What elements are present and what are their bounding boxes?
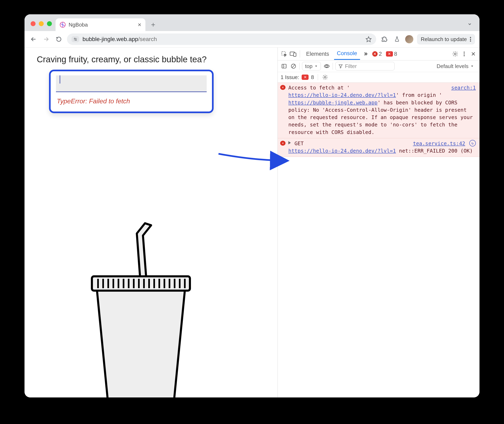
devtools-panel: Elements Console ✕ 2 ✕ 8	[278, 48, 479, 398]
browser-tab[interactable]: NgBoba ×	[56, 18, 145, 31]
devtools-menu-icon[interactable]	[461, 50, 468, 57]
console-sidebar-toggle-icon[interactable]	[280, 63, 287, 70]
new-tab-button[interactable]: ＋	[147, 19, 159, 30]
page-headline: Craving fruity, creamy, or classic bubbl…	[25, 48, 278, 67]
filter-placeholder: Filter	[345, 63, 357, 69]
svg-rect-32	[293, 53, 296, 56]
svg-point-8	[470, 37, 471, 38]
issues-badge-icon: ✕	[302, 75, 309, 80]
extensions-icon[interactable]	[380, 35, 389, 44]
inspect-element-icon[interactable]	[280, 50, 287, 57]
tab-close-button[interactable]: ×	[138, 21, 141, 28]
profile-avatar[interactable]	[405, 35, 413, 43]
context-selector[interactable]: top	[302, 62, 321, 70]
reissue-request-icon[interactable]: ↻	[469, 140, 476, 146]
svg-point-42	[326, 65, 328, 67]
svg-point-9	[470, 39, 471, 40]
nav-forward-button[interactable]	[42, 35, 51, 44]
console-prompt[interactable]: ›	[278, 157, 479, 168]
tab-console[interactable]: Console	[334, 48, 360, 60]
issue-badge-icon: ✕	[386, 51, 393, 56]
window-close-button[interactable]	[31, 21, 36, 26]
context-label: top	[305, 63, 312, 69]
error-icon: ✕	[280, 140, 286, 155]
tab-overflow-button[interactable]	[465, 20, 474, 29]
relaunch-update-label: Relaunch to update	[421, 36, 467, 43]
error-icon: ✕	[280, 84, 286, 136]
issue-count-value: 8	[394, 51, 397, 57]
device-toolbar-icon[interactable]	[290, 50, 297, 57]
expand-triangle-icon[interactable]	[288, 141, 291, 144]
address-bar[interactable]: bubble-jingle.web.app/search	[67, 33, 376, 45]
devtools-settings-icon[interactable]	[452, 50, 459, 57]
http-method: GET	[294, 140, 304, 147]
svg-point-36	[464, 55, 465, 56]
error-count-value: 2	[379, 51, 382, 57]
issues-settings-icon[interactable]	[322, 74, 329, 81]
console-url-link[interactable]: https://hello-io-24.deno.dev/?lvl=1	[288, 92, 396, 98]
svg-marker-41	[315, 66, 317, 67]
issues-count: 8	[311, 74, 314, 81]
relaunch-update-button[interactable]: Relaunch to update	[417, 34, 475, 44]
cup-illustration	[78, 215, 204, 398]
svg-point-33	[454, 53, 456, 55]
bookmark-star-icon[interactable]	[366, 36, 372, 42]
tab-favicon-icon	[60, 22, 66, 28]
tabs-overflow-icon[interactable]	[362, 50, 369, 57]
issue-count[interactable]: ✕ 8	[386, 51, 397, 57]
error-message: TypeError: Failed to fetch	[51, 92, 212, 112]
svg-point-35	[464, 53, 465, 54]
console-message: GET tea.service.ts:42 ↻ https://hello-io…	[288, 140, 476, 155]
url-host: bubble-jingle.web.app/search	[82, 36, 157, 43]
console-url-link[interactable]: https://hello-io-24.deno.dev/?lvl=1	[288, 148, 396, 154]
nav-back-button[interactable]	[29, 35, 38, 44]
devtools-tabbar: Elements Console ✕ 2 ✕ 8	[278, 48, 479, 61]
svg-point-10	[470, 40, 471, 41]
window-zoom-button[interactable]	[47, 21, 52, 26]
clear-console-icon[interactable]	[290, 63, 297, 70]
issues-bar: 1 Issue: ✕ 8	[278, 72, 479, 82]
window-controls	[31, 21, 52, 26]
browser-window: NgBoba × ＋ bubble-jingle.w	[25, 14, 479, 398]
search-card-highlight: TypeError: Failed to fetch	[49, 70, 214, 113]
error-badge-icon: ✕	[372, 51, 378, 56]
filter-icon	[338, 64, 343, 69]
tab-strip: NgBoba × ＋	[25, 14, 479, 31]
log-levels-label: Default levels	[437, 63, 468, 69]
svg-point-5	[74, 38, 75, 39]
browser-toolbar: bubble-jingle.web.app/search Relaunch to…	[25, 31, 479, 48]
svg-point-6	[75, 39, 76, 40]
window-minimize-button[interactable]	[39, 21, 44, 26]
console-error-row[interactable]: ✕ GET tea.service.ts:42 ↻ https://hello-…	[278, 138, 479, 157]
labs-icon[interactable]	[392, 35, 401, 44]
live-expression-icon[interactable]	[323, 63, 330, 70]
tab-title: NgBoba	[68, 22, 88, 28]
svg-marker-7	[366, 37, 371, 42]
console-log: ✕ Access to fetch at 'search:1 https://h…	[278, 82, 479, 168]
console-source-link[interactable]: search:1	[451, 84, 476, 92]
log-levels-selector[interactable]: Default levels	[434, 62, 477, 70]
nav-reload-button[interactable]	[54, 35, 63, 44]
devtools-close-button[interactable]: ✕	[470, 50, 477, 57]
svg-point-34	[464, 52, 465, 53]
svg-line-40	[292, 65, 295, 68]
console-source-link[interactable]: tea.service.ts:42	[413, 140, 465, 147]
console-url-link[interactable]: https://bubble-jingle.web.app	[288, 100, 378, 106]
console-message: Access to fetch at 'search:1 https://hel…	[288, 84, 476, 136]
error-count[interactable]: ✕ 2	[372, 51, 382, 57]
svg-point-45	[324, 76, 326, 78]
svg-marker-43	[339, 65, 342, 68]
svg-marker-44	[471, 66, 473, 67]
issues-label: 1 Issue:	[280, 74, 299, 81]
svg-rect-37	[282, 64, 286, 68]
console-toolbar: top Filter Default levels	[278, 61, 479, 72]
console-error-row[interactable]: ✕ Access to fetch at 'search:1 https://h…	[278, 82, 479, 138]
tab-elements[interactable]: Elements	[303, 49, 332, 59]
filter-input[interactable]: Filter	[335, 62, 395, 70]
search-input[interactable]	[56, 75, 207, 92]
site-settings-icon[interactable]	[71, 36, 79, 42]
page-content: Craving fruity, creamy, or classic bubbl…	[25, 48, 278, 398]
